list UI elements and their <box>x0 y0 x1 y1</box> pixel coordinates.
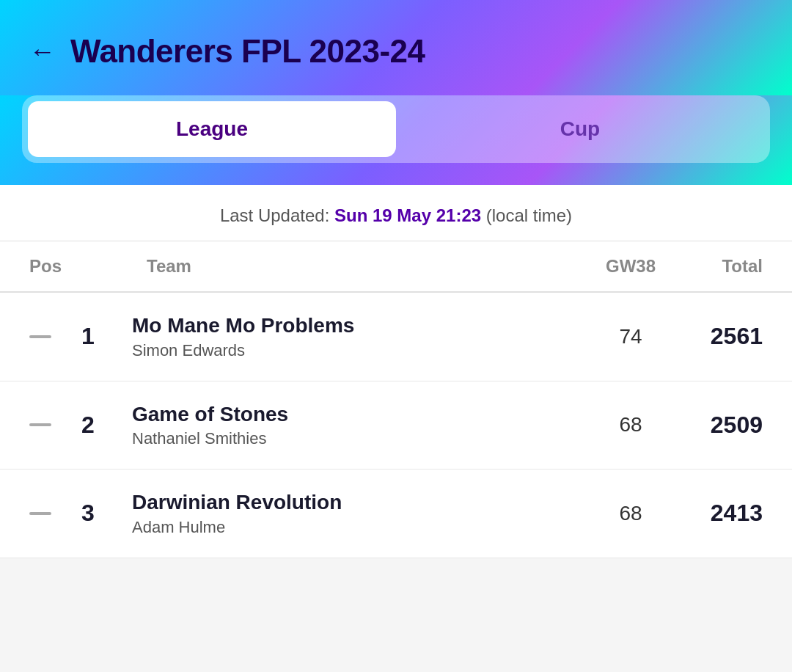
col-header-gw: GW38 <box>587 256 675 277</box>
last-updated-bar: Last Updated: Sun 19 May 21:23 (local ti… <box>0 185 792 241</box>
last-updated-prefix: Last Updated: <box>220 205 334 225</box>
row-team-info: Game of Stones Nathaniel Smithies <box>132 402 587 449</box>
last-updated-suffix: (local time) <box>481 205 572 225</box>
row-manager: Nathaniel Smithies <box>132 429 587 448</box>
row-gw-score: 68 <box>587 502 675 525</box>
page-title: Wanderers FPL 2023-24 <box>70 33 425 70</box>
col-header-total: Total <box>675 256 763 277</box>
tab-group: League Cup <box>22 95 770 163</box>
content-area: Last Updated: Sun 19 May 21:23 (local ti… <box>0 185 792 558</box>
header: ← Wanderers FPL 2023-24 <box>0 0 792 95</box>
table-row[interactable]: 2 Game of Stones Nathaniel Smithies 68 2… <box>0 381 792 470</box>
row-team-name: Game of Stones <box>132 402 587 427</box>
row-total-score: 2509 <box>675 412 763 439</box>
row-team-name: Darwinian Revolution <box>132 490 587 515</box>
row-position: 3 <box>66 500 110 527</box>
last-updated-date: Sun 19 May 21:23 <box>334 205 481 225</box>
row-gw-score: 74 <box>587 325 675 348</box>
position-change-indicator <box>29 335 51 338</box>
tab-league[interactable]: League <box>28 101 396 157</box>
row-manager: Adam Hulme <box>132 518 587 537</box>
position-change-indicator <box>29 512 51 515</box>
position-change-indicator <box>29 423 51 426</box>
tab-cup[interactable]: Cup <box>396 101 764 157</box>
tab-container: League Cup <box>0 95 792 185</box>
col-header-pos: Pos <box>29 256 88 277</box>
row-gw-score: 68 <box>587 413 675 437</box>
table-row[interactable]: 3 Darwinian Revolution Adam Hulme 68 241… <box>0 470 792 558</box>
col-header-team: Team <box>147 256 587 277</box>
row-total-score: 2561 <box>675 323 763 350</box>
row-total-score: 2413 <box>675 500 763 527</box>
row-manager: Simon Edwards <box>132 341 587 360</box>
row-team-info: Mo Mane Mo Problems Simon Edwards <box>132 313 587 360</box>
row-team-info: Darwinian Revolution Adam Hulme <box>132 490 587 537</box>
row-team-name: Mo Mane Mo Problems <box>132 313 587 338</box>
table-header: Pos Team GW38 Total <box>0 241 792 293</box>
table-row[interactable]: 1 Mo Mane Mo Problems Simon Edwards 74 2… <box>0 293 792 381</box>
back-button[interactable]: ← <box>29 36 56 67</box>
row-position: 2 <box>66 412 110 439</box>
row-position: 1 <box>66 323 110 350</box>
